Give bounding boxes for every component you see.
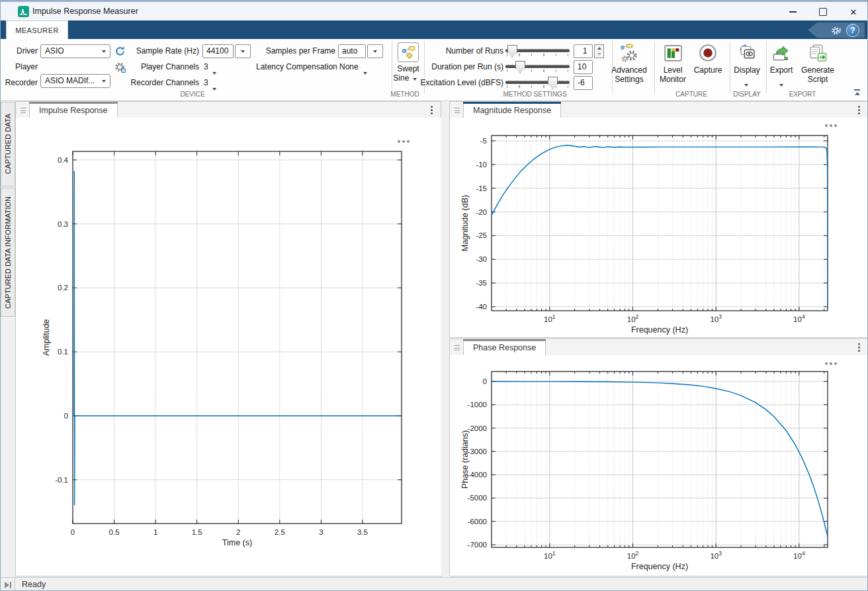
refresh-devices-icon[interactable]	[114, 45, 126, 57]
number-of-runs-spinner[interactable]	[594, 44, 604, 58]
sample-rate-input[interactable]: 44100	[202, 44, 234, 58]
method-settings-section-label: METHOD SETTINGS	[464, 91, 606, 98]
phase-response-chart[interactable]: 1011021031040-1000-2000-3000-4000-5000-6…	[451, 355, 868, 575]
samples-per-frame-dropdown-button[interactable]	[367, 44, 383, 58]
svg-text:-4000: -4000	[468, 471, 487, 479]
number-of-runs-slider[interactable]	[505, 44, 570, 58]
impulse-response-chart[interactable]: 00.511.522.533.5-0.100.10.20.30.4Time (s…	[17, 118, 441, 576]
number-of-runs-input[interactable]: 1	[574, 44, 593, 58]
svg-text:0.4: 0.4	[58, 156, 69, 164]
swept-sine-icon[interactable]	[398, 42, 419, 62]
chevron-down-icon[interactable]	[779, 77, 783, 89]
tab-impulse-response[interactable]: Impulse Response	[29, 102, 118, 118]
player-label: Player	[1, 60, 38, 73]
svg-text:2: 2	[236, 528, 240, 536]
duration-per-run-label: Duration per Run (s)	[427, 60, 503, 73]
svg-text:0.2: 0.2	[58, 284, 68, 292]
panel-menu-icon[interactable]	[858, 343, 860, 345]
chevron-down-icon[interactable]	[744, 77, 748, 89]
samples-per-frame-input[interactable]: auto	[338, 44, 366, 58]
sidebar-tab-captured-data-information[interactable]: CAPTURED DATA INFORMATION	[1, 188, 15, 317]
svg-text:0.5: 0.5	[109, 528, 120, 536]
display-button[interactable]: Display	[730, 65, 764, 75]
svg-text:0: 0	[483, 377, 487, 385]
magnitude-response-chart[interactable]: 101102103104-40-35-30-25-20-15-10-5Frequ…	[451, 118, 868, 337]
capture-section-label: CAPTURE	[662, 91, 720, 98]
help-icon[interactable]: ?	[846, 24, 859, 37]
svg-text:-30: -30	[476, 255, 487, 263]
chevron-down-icon	[241, 50, 245, 53]
generate-script-icon[interactable]	[806, 42, 828, 63]
advanced-settings-icon[interactable]	[618, 42, 640, 64]
svg-text:Frequency (Hz): Frequency (Hz)	[631, 562, 688, 571]
drag-handle-icon[interactable]	[455, 345, 460, 350]
collapse-toolstrip-icon[interactable]	[854, 89, 860, 95]
drag-handle-icon[interactable]	[21, 108, 26, 113]
swept-sine-button[interactable]: Swept	[390, 64, 427, 73]
channel-mapping-icon[interactable]	[113, 60, 126, 73]
player-channels-label: Player Channels	[126, 60, 199, 73]
tab-magnitude-response[interactable]: Magnitude Response	[463, 102, 561, 118]
preferences-refresh-icon[interactable]	[830, 24, 842, 36]
driver-dropdown[interactable]: ASIO	[40, 44, 110, 58]
level-monitor-button[interactable]: Level	[657, 65, 689, 75]
duration-per-run-slider[interactable]	[505, 60, 570, 73]
advanced-settings-button-line2[interactable]: Settings	[606, 75, 652, 84]
tab-measurer[interactable]: MEASURER	[6, 20, 68, 39]
maximize-button[interactable]	[808, 2, 838, 22]
player-dropdown[interactable]: ASIO MADIf...	[40, 74, 110, 88]
status-panel-toggle-icon[interactable]	[1, 578, 15, 591]
axes-toolbar-icon[interactable]	[398, 140, 400, 143]
minimize-button[interactable]	[777, 2, 808, 22]
svg-text:2.5: 2.5	[275, 528, 285, 536]
display-icon[interactable]	[736, 42, 758, 63]
panel-menu-icon[interactable]	[858, 106, 860, 108]
svg-text:-3000: -3000	[468, 448, 487, 455]
svg-text:Phase (radians): Phase (radians)	[460, 430, 470, 489]
tab-phase-response[interactable]: Phase Response	[463, 339, 546, 356]
excitation-level-input[interactable]: -6	[574, 76, 593, 90]
capture-button[interactable]: Capture	[691, 65, 725, 75]
axes-toolbar-icon[interactable]	[825, 124, 828, 127]
svg-text:Magnitude (dB): Magnitude (dB)	[460, 195, 470, 251]
svg-text:-2000: -2000	[468, 424, 487, 432]
close-button[interactable]: ✕	[838, 2, 868, 22]
svg-text:0: 0	[64, 412, 68, 420]
sidebar-tab-captured-data[interactable]: CAPTURED DATA	[1, 102, 15, 186]
drag-handle-icon[interactable]	[455, 108, 460, 113]
chevron-down-icon[interactable]	[212, 65, 216, 77]
recorder-channels-value[interactable]: 3	[204, 76, 208, 89]
export-icon[interactable]	[771, 42, 792, 63]
level-monitor-icon[interactable]	[662, 42, 683, 63]
chevron-down-icon	[102, 80, 106, 83]
svg-text:-0.1: -0.1	[55, 476, 68, 484]
duration-per-run-input[interactable]: 10	[574, 60, 593, 74]
device-section-label: DEVICE	[120, 91, 265, 98]
latency-compensation-label: Latency Compensation	[256, 60, 335, 73]
svg-text:3.5: 3.5	[357, 528, 368, 536]
impulse-panel-header: Impulse Response	[16, 102, 441, 118]
capture-icon[interactable]	[697, 42, 718, 63]
advanced-settings-button[interactable]: Advanced	[606, 65, 652, 75]
chevron-down-icon	[373, 50, 377, 53]
export-button[interactable]: Export	[765, 65, 797, 75]
level-monitor-button-line2[interactable]: Monitor	[657, 75, 689, 84]
section-separator	[654, 42, 655, 93]
sample-rate-dropdown-button[interactable]	[235, 44, 251, 58]
app-icon	[18, 6, 29, 17]
panel-menu-icon[interactable]	[431, 106, 433, 108]
latency-compensation-value[interactable]: None	[339, 60, 359, 73]
svg-text:-5: -5	[480, 137, 487, 145]
axes-toolbar-icon[interactable]	[825, 362, 828, 365]
status-text: Ready	[22, 580, 46, 589]
chevron-down-icon[interactable]	[363, 65, 367, 77]
generate-script-button[interactable]: Generate	[797, 65, 838, 75]
svg-text:104: 104	[793, 550, 805, 560]
window-title: Impulse Response Measurer	[32, 7, 138, 16]
excitation-level-slider[interactable]	[505, 76, 570, 89]
svg-text:0.1: 0.1	[58, 348, 68, 356]
export-section-label: EXPORT	[768, 91, 837, 98]
generate-script-button-line2[interactable]: Script	[797, 75, 838, 84]
magnitude-response-panel: Magnitude Response 101102103104-40-35-30…	[449, 101, 868, 338]
player-channels-value[interactable]: 3	[204, 60, 208, 73]
